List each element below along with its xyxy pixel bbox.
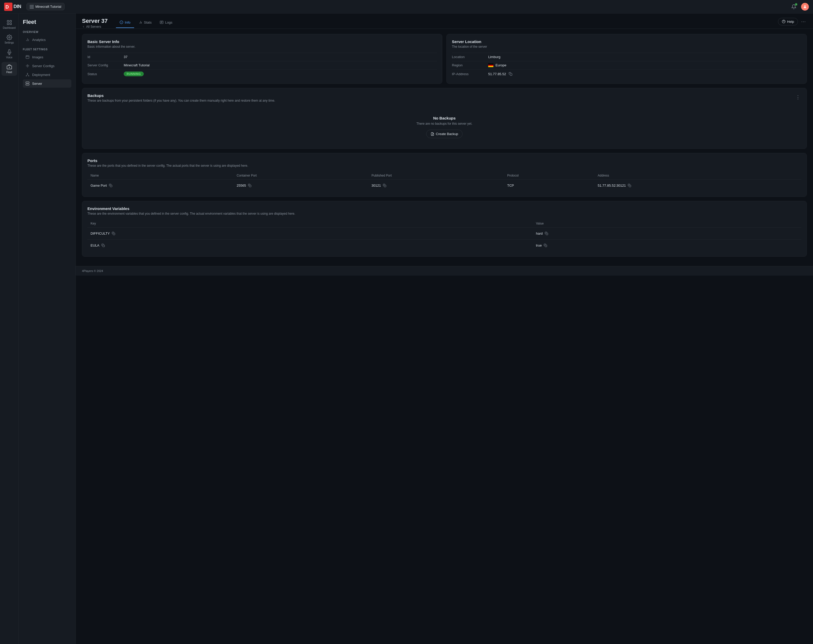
more-button[interactable]: ⋯	[800, 18, 807, 25]
address-cell: 51.77.85.52:30121	[595, 180, 801, 191]
sidebar-item-deployment[interactable]: Deployment	[23, 70, 71, 79]
region-label: Region	[452, 63, 488, 67]
sidebar-item-settings[interactable]: Settings	[2, 32, 17, 46]
notifications-button[interactable]: 1	[790, 3, 798, 11]
sidebar-item-fleet-label: Fleet	[6, 71, 12, 73]
config-value: Minecraft Tutorial	[124, 63, 150, 67]
basic-server-info-card: Basic Server Info Basic information abou…	[82, 34, 442, 84]
sidebar-item-images[interactable]: Images	[23, 53, 71, 61]
copy-address-button[interactable]	[627, 183, 632, 188]
footer-text: 4Players © 2024	[82, 269, 103, 272]
copy-env-key-1-button[interactable]	[101, 243, 105, 248]
help-label: Help	[787, 20, 794, 24]
help-button[interactable]: Help	[778, 18, 798, 25]
svg-point-17	[27, 65, 28, 66]
port-name-cell: Game Port	[87, 180, 233, 191]
icon-sidebar: Dashboard Settings Voice	[0, 14, 19, 644]
ip-address-text: 51.77.85.52	[488, 72, 506, 76]
svg-rect-40	[488, 66, 493, 67]
env-value-cell-0: hard	[533, 228, 801, 240]
ports-col-address: Address	[595, 171, 801, 180]
env-value-cell-1: true	[533, 240, 801, 251]
env-vars-title: Environment Variables	[87, 207, 801, 211]
grid-icon	[30, 5, 34, 9]
copy-env-value-1-button[interactable]	[543, 243, 548, 248]
info-row-config: Server Config Minecraft Tutorial	[87, 61, 437, 69]
config-label: Server Config	[87, 63, 124, 67]
published-port-cell: 30121	[368, 180, 504, 191]
env-key-cell-1: EULA	[87, 240, 533, 251]
copy-published-port-button[interactable]	[382, 183, 387, 188]
backup-file-icon	[431, 132, 434, 136]
tab-logs[interactable]: Logs	[156, 18, 176, 28]
svg-point-18	[26, 64, 29, 67]
fleet-settings-label: FLEET SETTINGS	[23, 48, 71, 51]
ip-value: 51.77.85.52	[488, 72, 513, 76]
info-row-region: Region Europe	[452, 61, 801, 69]
svg-rect-6	[9, 23, 11, 24]
svg-rect-46	[384, 185, 386, 187]
svg-rect-4	[9, 20, 11, 22]
info-row-status: Status RUNNING	[87, 69, 437, 78]
svg-rect-51	[545, 245, 547, 247]
sidebar-item-analytics[interactable]: Analytics	[23, 35, 71, 44]
tab-info-label: Info	[125, 20, 130, 24]
backup-empty-title: No Backups	[93, 116, 796, 120]
sidebar-item-images-label: Images	[32, 55, 43, 59]
svg-point-20	[26, 75, 27, 76]
fleet-sidebar: Fleet OVERVIEW Analytics FLEET SETTINGS …	[19, 14, 76, 644]
status-badge: RUNNING	[124, 72, 144, 76]
project-pill[interactable]: Minecraft Tutorial	[26, 3, 65, 11]
page-title: Server 37	[82, 18, 107, 24]
sidebar-item-voice[interactable]: Voice	[2, 47, 17, 61]
logo-text: DIN	[14, 4, 21, 9]
sidebar-item-voice-label: Voice	[6, 56, 12, 59]
backup-empty-state: No Backups There are no backups for this…	[87, 111, 801, 143]
env-vars-subtitle: These are the environment variables that…	[87, 212, 801, 216]
copy-port-name-button[interactable]	[109, 183, 113, 188]
status-label: Status	[87, 72, 124, 76]
server-location-title: Server Location	[452, 40, 801, 44]
sidebar-item-server-label: Server	[32, 82, 42, 86]
create-backup-button[interactable]: Create Backup	[426, 130, 463, 138]
content-area: Basic Server Info Basic information abou…	[76, 29, 813, 266]
sidebar-item-server-configs-label: Server Configs	[32, 64, 54, 68]
basic-server-info-subtitle: Basic information about the server.	[87, 45, 437, 49]
flag-icon	[488, 64, 493, 67]
tabs: Info Stats	[116, 18, 778, 28]
env-col-key: Key	[87, 220, 533, 228]
svg-rect-3	[7, 20, 9, 22]
server-location-subtitle: The location of the server	[452, 45, 801, 49]
table-row: Game Port 25565	[87, 180, 801, 191]
location-value: Limburg	[488, 55, 500, 59]
sidebar-item-deployment-label: Deployment	[32, 73, 50, 77]
svg-rect-50	[103, 245, 104, 247]
info-row-ip: IP-Address 51.77.85.52	[452, 69, 801, 78]
ports-subtitle: These are the ports that you defined in …	[87, 164, 801, 167]
sidebar-item-server-configs[interactable]: Server Configs	[23, 62, 71, 70]
copy-env-value-0-button[interactable]	[544, 231, 549, 236]
svg-rect-38	[488, 64, 493, 65]
back-link[interactable]: All Servers	[82, 25, 107, 29]
sidebar-item-server[interactable]: Server	[23, 80, 71, 88]
copy-ip-button[interactable]	[508, 72, 513, 76]
copy-container-port-button[interactable]	[247, 183, 252, 188]
env-key-cell-0: DIFFICULTY	[87, 228, 533, 240]
tab-stats[interactable]: Stats	[135, 18, 155, 28]
tab-logs-label: Logs	[165, 20, 172, 24]
backups-header-left: Backups These are backups from your pers…	[87, 93, 275, 107]
avatar[interactable]	[801, 3, 809, 11]
ports-col-published: Published Port	[368, 171, 504, 180]
info-cards-row: Basic Server Info Basic information abou…	[82, 34, 807, 84]
svg-rect-16	[26, 55, 29, 58]
backups-more-button[interactable]: ⋮	[795, 93, 801, 101]
sidebar-item-dashboard[interactable]: Dashboard	[2, 18, 17, 31]
tab-info[interactable]: Info	[116, 18, 134, 28]
project-label: Minecraft Tutorial	[35, 5, 61, 9]
overview-label: OVERVIEW	[23, 31, 71, 34]
tab-stats-label: Stats	[144, 20, 152, 24]
sidebar-item-fleet[interactable]: Fleet	[2, 62, 17, 76]
copy-env-key-0-button[interactable]	[111, 231, 116, 236]
logo[interactable]: D DIN	[4, 3, 21, 11]
env-vars-card: Environment Variables These are the envi…	[82, 201, 807, 257]
